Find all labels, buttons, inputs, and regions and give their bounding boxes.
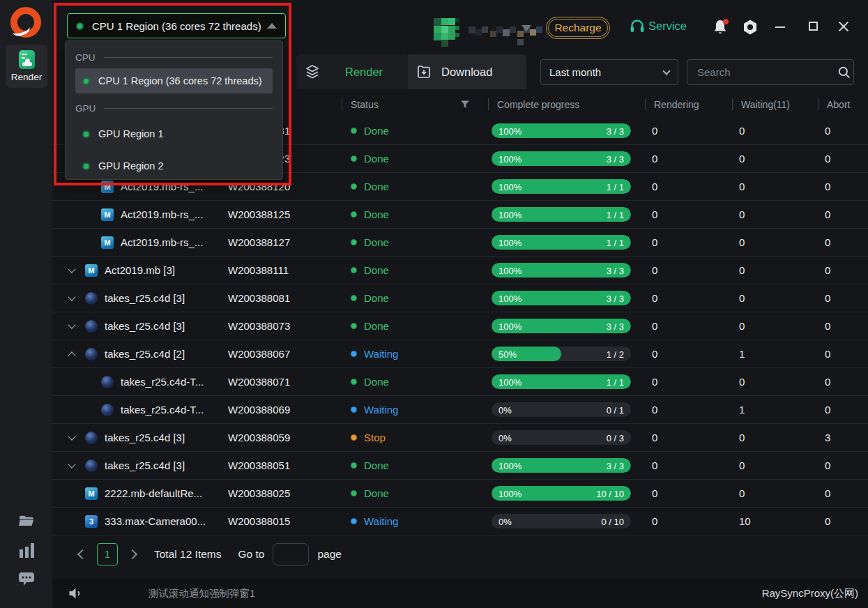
dropdown-item-gpu2[interactable]: GPU Region 2 [75, 153, 273, 179]
user-menu-caret-icon[interactable] [521, 25, 531, 31]
abort-count: 0 [818, 153, 868, 165]
tab-render[interactable]: Render [296, 54, 408, 89]
row-expander-icon[interactable] [63, 436, 85, 439]
progress-count: 1 / 1 [607, 377, 624, 387]
job-name: Act2019.mb-rs_... [121, 236, 203, 248]
goto-page-input[interactable] [273, 543, 309, 565]
status-filter-icon[interactable] [460, 100, 470, 109]
maya-icon: M [101, 181, 114, 193]
sidebar: Render [0, 0, 52, 608]
abort-count: 0 [818, 404, 868, 416]
sidebar-item-render[interactable]: Render [6, 45, 47, 88]
job-id: W200388071 [228, 376, 342, 388]
row-expander-icon[interactable] [63, 464, 85, 467]
page-number[interactable]: 1 [97, 543, 118, 565]
progress-count: 3 / 3 [607, 293, 624, 303]
job-id: W200388125 [228, 208, 342, 220]
window-close-button[interactable] [837, 20, 850, 33]
status-dot [351, 267, 357, 273]
rendering-count: 0 [645, 487, 732, 499]
table-row[interactable]: M 2222.mb-defaultRe... W200388025 Done 1… [52, 480, 868, 508]
job-id: W200388081 [228, 292, 342, 304]
region-selector[interactable]: CPU 1 Region (36 cores 72 threads) [67, 13, 286, 38]
notifications-bell-icon[interactable] [713, 19, 729, 36]
region-status-dot [82, 130, 90, 138]
status-label: Done [364, 487, 389, 499]
dropdown-item-cpu1[interactable]: CPU 1 Region (36 cores 72 threads) [75, 68, 273, 93]
row-expander-icon[interactable] [63, 325, 85, 328]
table-row[interactable]: takes_r25.c4d [2] W200388067 Waiting 50%… [52, 340, 868, 368]
table-row[interactable]: M Act2019.mb [3] W200388111 Done 100% 3 … [52, 257, 868, 284]
progress-count: 1 / 2 [607, 349, 624, 359]
col-progress: Complete progress [488, 92, 645, 117]
statistics-icon[interactable] [20, 543, 36, 558]
maya-icon: M [101, 208, 114, 221]
search-input[interactable] [696, 66, 837, 79]
row-expander-icon[interactable] [63, 297, 85, 300]
table-row[interactable]: takes_r25.c4d-T... W200388071 Done 100% … [52, 368, 868, 396]
table-row[interactable]: takes_r25.c4d [3] W200388081 Done 100% 3… [52, 284, 868, 312]
window-minimize-button[interactable] [775, 26, 785, 28]
status-label: Done [364, 264, 389, 276]
rendering-count: 0 [645, 459, 732, 471]
waiting-count: 0 [732, 153, 818, 165]
progress-bar: 100% 3 / 3 [492, 123, 631, 138]
progress-count: 3 / 3 [607, 126, 624, 136]
search-icon[interactable] [837, 66, 851, 79]
table-row[interactable]: 3 333.max-Camera00... W200388015 Waiting… [52, 508, 868, 535]
chat-icon[interactable] [18, 572, 35, 587]
user-avatar-censored[interactable] [434, 14, 524, 45]
job-id: W200388059 [228, 432, 342, 443]
folder-icon[interactable] [18, 513, 35, 529]
job-name: takes_r25.c4d [3] [105, 292, 185, 304]
progress-bar: 100% 3 / 3 [492, 263, 631, 278]
search-box [687, 59, 854, 85]
c4d-icon [85, 320, 98, 333]
region-dropdown-panel: CPU CPU 1 Region (36 cores 72 threads) G… [65, 40, 283, 180]
row-expander-icon[interactable] [63, 269, 85, 272]
progress-percent: 100% [498, 126, 521, 136]
max-icon: 3 [85, 515, 98, 528]
rendering-count: 0 [645, 348, 732, 360]
progress-percent: 100% [498, 321, 521, 331]
waiting-count: 1 [732, 404, 818, 416]
rendering-count: 0 [645, 181, 732, 192]
window-maximize-button[interactable] [809, 22, 818, 31]
service-button[interactable]: Service [630, 18, 687, 33]
table-row[interactable]: takes_r25.c4d [3] W200388073 Done 100% 3… [52, 312, 868, 340]
tab-download[interactable]: Download [408, 54, 526, 89]
c4d-icon [101, 404, 114, 416]
prev-page-icon[interactable] [77, 549, 87, 559]
status-bar: 测试滚动通知强制弹窗1 RaySyncProxy(公网) [52, 579, 868, 608]
row-expander-icon[interactable] [63, 350, 85, 358]
status-dot [351, 490, 357, 496]
rendering-count: 0 [645, 376, 732, 388]
progress-percent: 50% [498, 349, 517, 359]
table-row[interactable]: M Act2019.mb-rs_... W200388125 Done 100%… [52, 201, 868, 229]
next-page-icon[interactable] [128, 549, 137, 559]
status-label: Done [364, 320, 389, 332]
table-row[interactable]: takes_r25.c4d-T... W200388069 Waiting 0%… [52, 396, 868, 424]
rendering-count: 0 [645, 292, 732, 304]
table-row[interactable]: takes_r25.c4d [3] W200388051 Done 100% 3… [52, 452, 868, 480]
waiting-count: 1 [732, 348, 818, 360]
settings-gear-icon[interactable] [742, 19, 759, 36]
job-name: takes_r25.c4d-T... [121, 376, 204, 388]
date-range-select[interactable]: Last month [540, 59, 678, 85]
table-row[interactable]: takes_r25.c4d [3] W200388059 Stop 0% 0 /… [52, 424, 868, 452]
status-dot [351, 406, 357, 413]
progress-bar: 100% 3 / 3 [492, 151, 631, 166]
job-id: W200388073 [228, 320, 342, 332]
job-name: 2222.mb-defaultRe... [105, 487, 202, 499]
announcement-speaker-icon[interactable] [68, 587, 82, 600]
dropdown-item-gpu1[interactable]: GPU Region 1 [75, 121, 273, 147]
progress-count: 1 / 1 [607, 237, 624, 248]
proxy-server-label: RaySyncProxy(公网) [762, 587, 858, 600]
job-id: W200388111 [228, 264, 342, 276]
recharge-button[interactable]: Recharge [546, 17, 610, 39]
job-id: W200388051 [228, 459, 342, 471]
abort-count: 0 [818, 376, 868, 388]
notification-badge [723, 19, 729, 24]
table-row[interactable]: M Act2019.mb-rs_... W200388127 Done 100%… [52, 229, 868, 257]
group-gpu: GPU [75, 103, 273, 114]
